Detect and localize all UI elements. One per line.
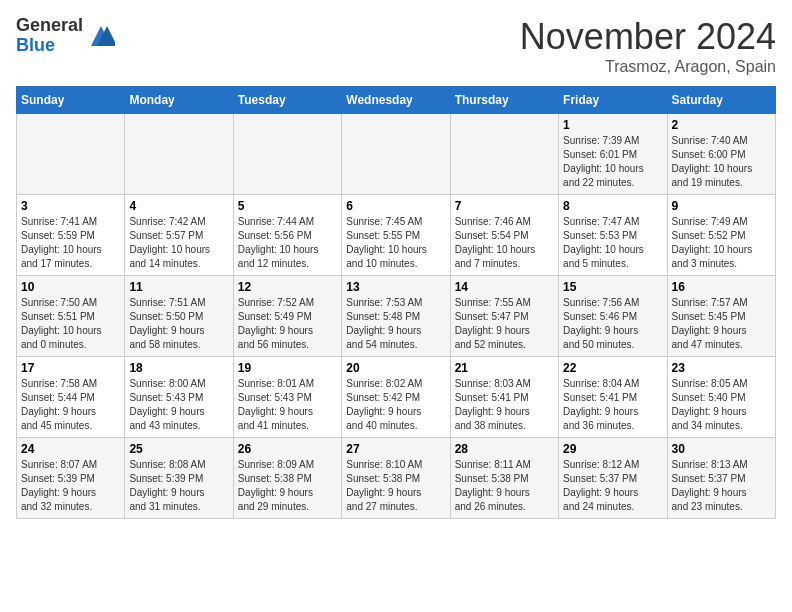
calendar-cell: 14Sunrise: 7:55 AM Sunset: 5:47 PM Dayli… [450, 276, 558, 357]
day-info: Sunrise: 7:49 AM Sunset: 5:52 PM Dayligh… [672, 215, 771, 271]
logo-general: General [16, 16, 83, 36]
day-number: 4 [129, 199, 228, 213]
weekday-header-friday: Friday [559, 87, 667, 114]
weekday-header-row: SundayMondayTuesdayWednesdayThursdayFrid… [17, 87, 776, 114]
day-number: 22 [563, 361, 662, 375]
calendar-cell: 25Sunrise: 8:08 AM Sunset: 5:39 PM Dayli… [125, 438, 233, 519]
day-number: 10 [21, 280, 120, 294]
day-info: Sunrise: 7:40 AM Sunset: 6:00 PM Dayligh… [672, 134, 771, 190]
calendar-cell [450, 114, 558, 195]
day-number: 14 [455, 280, 554, 294]
calendar-cell: 11Sunrise: 7:51 AM Sunset: 5:50 PM Dayli… [125, 276, 233, 357]
calendar-cell: 7Sunrise: 7:46 AM Sunset: 5:54 PM Daylig… [450, 195, 558, 276]
day-info: Sunrise: 7:46 AM Sunset: 5:54 PM Dayligh… [455, 215, 554, 271]
calendar-header: SundayMondayTuesdayWednesdayThursdayFrid… [17, 87, 776, 114]
calendar-cell: 10Sunrise: 7:50 AM Sunset: 5:51 PM Dayli… [17, 276, 125, 357]
day-info: Sunrise: 7:44 AM Sunset: 5:56 PM Dayligh… [238, 215, 337, 271]
day-number: 2 [672, 118, 771, 132]
day-info: Sunrise: 8:12 AM Sunset: 5:37 PM Dayligh… [563, 458, 662, 514]
day-number: 12 [238, 280, 337, 294]
day-info: Sunrise: 7:39 AM Sunset: 6:01 PM Dayligh… [563, 134, 662, 190]
day-number: 7 [455, 199, 554, 213]
day-info: Sunrise: 8:00 AM Sunset: 5:43 PM Dayligh… [129, 377, 228, 433]
weekday-header-wednesday: Wednesday [342, 87, 450, 114]
day-info: Sunrise: 8:08 AM Sunset: 5:39 PM Dayligh… [129, 458, 228, 514]
weekday-header-saturday: Saturday [667, 87, 775, 114]
page-header: General Blue November 2024 Trasmoz, Arag… [16, 16, 776, 76]
calendar-cell: 30Sunrise: 8:13 AM Sunset: 5:37 PM Dayli… [667, 438, 775, 519]
calendar-cell [342, 114, 450, 195]
calendar-cell: 16Sunrise: 7:57 AM Sunset: 5:45 PM Dayli… [667, 276, 775, 357]
calendar-cell: 20Sunrise: 8:02 AM Sunset: 5:42 PM Dayli… [342, 357, 450, 438]
day-number: 13 [346, 280, 445, 294]
day-info: Sunrise: 8:05 AM Sunset: 5:40 PM Dayligh… [672, 377, 771, 433]
day-number: 27 [346, 442, 445, 456]
calendar-cell: 29Sunrise: 8:12 AM Sunset: 5:37 PM Dayli… [559, 438, 667, 519]
day-number: 21 [455, 361, 554, 375]
weekday-header-thursday: Thursday [450, 87, 558, 114]
calendar-week-5: 24Sunrise: 8:07 AM Sunset: 5:39 PM Dayli… [17, 438, 776, 519]
calendar-table: SundayMondayTuesdayWednesdayThursdayFrid… [16, 86, 776, 519]
day-number: 15 [563, 280, 662, 294]
calendar-cell: 18Sunrise: 8:00 AM Sunset: 5:43 PM Dayli… [125, 357, 233, 438]
day-number: 19 [238, 361, 337, 375]
calendar-cell: 6Sunrise: 7:45 AM Sunset: 5:55 PM Daylig… [342, 195, 450, 276]
day-info: Sunrise: 7:42 AM Sunset: 5:57 PM Dayligh… [129, 215, 228, 271]
day-info: Sunrise: 8:13 AM Sunset: 5:37 PM Dayligh… [672, 458, 771, 514]
day-number: 11 [129, 280, 228, 294]
calendar-cell: 12Sunrise: 7:52 AM Sunset: 5:49 PM Dayli… [233, 276, 341, 357]
logo-icon [87, 22, 115, 50]
day-info: Sunrise: 7:41 AM Sunset: 5:59 PM Dayligh… [21, 215, 120, 271]
day-number: 30 [672, 442, 771, 456]
calendar-cell: 28Sunrise: 8:11 AM Sunset: 5:38 PM Dayli… [450, 438, 558, 519]
calendar-cell: 13Sunrise: 7:53 AM Sunset: 5:48 PM Dayli… [342, 276, 450, 357]
day-info: Sunrise: 7:55 AM Sunset: 5:47 PM Dayligh… [455, 296, 554, 352]
calendar-cell: 26Sunrise: 8:09 AM Sunset: 5:38 PM Dayli… [233, 438, 341, 519]
day-number: 1 [563, 118, 662, 132]
day-info: Sunrise: 7:47 AM Sunset: 5:53 PM Dayligh… [563, 215, 662, 271]
calendar-cell: 15Sunrise: 7:56 AM Sunset: 5:46 PM Dayli… [559, 276, 667, 357]
calendar-week-3: 10Sunrise: 7:50 AM Sunset: 5:51 PM Dayli… [17, 276, 776, 357]
calendar-cell [233, 114, 341, 195]
day-info: Sunrise: 8:09 AM Sunset: 5:38 PM Dayligh… [238, 458, 337, 514]
day-info: Sunrise: 8:11 AM Sunset: 5:38 PM Dayligh… [455, 458, 554, 514]
day-number: 9 [672, 199, 771, 213]
calendar-cell: 21Sunrise: 8:03 AM Sunset: 5:41 PM Dayli… [450, 357, 558, 438]
calendar-cell: 4Sunrise: 7:42 AM Sunset: 5:57 PM Daylig… [125, 195, 233, 276]
calendar-cell: 2Sunrise: 7:40 AM Sunset: 6:00 PM Daylig… [667, 114, 775, 195]
day-number: 28 [455, 442, 554, 456]
day-info: Sunrise: 7:50 AM Sunset: 5:51 PM Dayligh… [21, 296, 120, 352]
day-number: 24 [21, 442, 120, 456]
calendar-cell: 8Sunrise: 7:47 AM Sunset: 5:53 PM Daylig… [559, 195, 667, 276]
calendar-cell: 9Sunrise: 7:49 AM Sunset: 5:52 PM Daylig… [667, 195, 775, 276]
weekday-header-tuesday: Tuesday [233, 87, 341, 114]
day-info: Sunrise: 8:01 AM Sunset: 5:43 PM Dayligh… [238, 377, 337, 433]
day-info: Sunrise: 8:02 AM Sunset: 5:42 PM Dayligh… [346, 377, 445, 433]
day-info: Sunrise: 7:56 AM Sunset: 5:46 PM Dayligh… [563, 296, 662, 352]
calendar-cell: 19Sunrise: 8:01 AM Sunset: 5:43 PM Dayli… [233, 357, 341, 438]
weekday-header-sunday: Sunday [17, 87, 125, 114]
calendar-cell: 22Sunrise: 8:04 AM Sunset: 5:41 PM Dayli… [559, 357, 667, 438]
day-info: Sunrise: 7:58 AM Sunset: 5:44 PM Dayligh… [21, 377, 120, 433]
day-number: 8 [563, 199, 662, 213]
weekday-header-monday: Monday [125, 87, 233, 114]
day-number: 20 [346, 361, 445, 375]
calendar-week-2: 3Sunrise: 7:41 AM Sunset: 5:59 PM Daylig… [17, 195, 776, 276]
day-info: Sunrise: 7:45 AM Sunset: 5:55 PM Dayligh… [346, 215, 445, 271]
day-info: Sunrise: 8:10 AM Sunset: 5:38 PM Dayligh… [346, 458, 445, 514]
day-number: 16 [672, 280, 771, 294]
logo-blue: Blue [16, 36, 83, 56]
day-number: 3 [21, 199, 120, 213]
calendar-cell: 5Sunrise: 7:44 AM Sunset: 5:56 PM Daylig… [233, 195, 341, 276]
day-number: 23 [672, 361, 771, 375]
day-info: Sunrise: 8:07 AM Sunset: 5:39 PM Dayligh… [21, 458, 120, 514]
calendar-cell [17, 114, 125, 195]
day-info: Sunrise: 7:57 AM Sunset: 5:45 PM Dayligh… [672, 296, 771, 352]
calendar-cell: 1Sunrise: 7:39 AM Sunset: 6:01 PM Daylig… [559, 114, 667, 195]
calendar-cell: 17Sunrise: 7:58 AM Sunset: 5:44 PM Dayli… [17, 357, 125, 438]
day-number: 6 [346, 199, 445, 213]
calendar-cell: 23Sunrise: 8:05 AM Sunset: 5:40 PM Dayli… [667, 357, 775, 438]
calendar-week-4: 17Sunrise: 7:58 AM Sunset: 5:44 PM Dayli… [17, 357, 776, 438]
day-number: 26 [238, 442, 337, 456]
month-title: November 2024 [520, 16, 776, 58]
